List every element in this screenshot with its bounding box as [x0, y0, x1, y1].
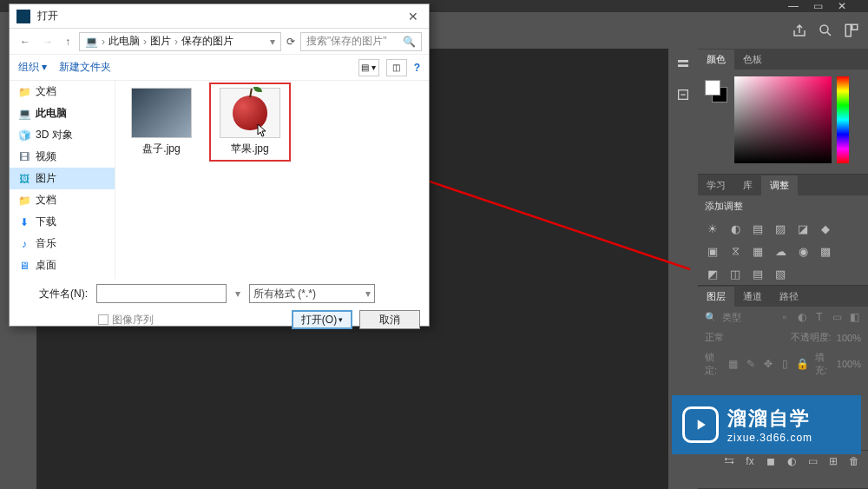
watermark-sub: zixue.3d66.com: [727, 432, 812, 444]
checkbox-label: 图像序列: [112, 313, 154, 327]
search-field[interactable]: 搜索"保存的图片" 🔍: [300, 32, 422, 51]
tab-adjustments[interactable]: 调整: [761, 175, 798, 195]
sidebar-item-7[interactable]: ♪音乐: [10, 233, 115, 254]
video-icon: 🎞: [18, 151, 30, 163]
link-layers-icon[interactable]: ⮀: [722, 454, 736, 468]
address-dropdown-icon[interactable]: ▾: [270, 36, 275, 48]
hue-slider[interactable]: [837, 76, 849, 163]
file-item-0[interactable]: 盘子.jpg: [126, 88, 197, 156]
lock-artboard-icon[interactable]: ▯: [779, 357, 792, 371]
filter-smart-icon[interactable]: ◧: [847, 310, 861, 324]
filter-pixel-icon[interactable]: ▫: [778, 310, 792, 324]
tab-libraries[interactable]: 库: [734, 175, 761, 195]
sidebar-tree[interactable]: 📁文档💻此电脑🧊3D 对象🎞视频🖼图片📁文档⬇下载♪音乐🖥桌面💽OS (C:)💽…: [10, 81, 115, 279]
cube-icon: 🧊: [18, 129, 30, 142]
image-sequence-checkbox[interactable]: 图像序列: [98, 313, 154, 327]
sidebar-item-label: 视频: [36, 149, 56, 164]
nav-back-button[interactable]: ←: [16, 36, 34, 48]
file-list[interactable]: 盘子.jpg苹果.jpg: [115, 81, 429, 279]
fill-label: 填充:: [815, 351, 832, 377]
filetype-select[interactable]: 所有格式 (*.*) ▾: [249, 284, 375, 303]
refresh-button[interactable]: ⟳: [286, 36, 295, 48]
share-icon[interactable]: [792, 23, 807, 38]
filter-adjust-icon[interactable]: ◐: [795, 310, 809, 324]
new-layer-icon[interactable]: ⊞: [826, 454, 840, 468]
tab-color[interactable]: 颜色: [698, 50, 734, 69]
kind-icon[interactable]: 🔍: [705, 312, 717, 323]
tab-swatches[interactable]: 色板: [734, 50, 771, 69]
sidebar-item-label: 3D 对象: [36, 128, 73, 142]
adjustments-row-2[interactable]: ▣⧖▦☁◉▩: [698, 240, 868, 262]
color-panel: 颜色 色板: [698, 49, 868, 175]
layer-mask-icon[interactable]: ◼: [764, 454, 778, 468]
tab-channels[interactable]: 通道: [734, 287, 771, 307]
adjustment-layer-icon[interactable]: ◐: [785, 454, 799, 468]
dialog-close-button[interactable]: ✕: [404, 10, 422, 23]
properties-icon[interactable]: [674, 85, 693, 104]
pc-icon: 💻: [85, 36, 98, 48]
filename-input[interactable]: [96, 284, 227, 303]
crumb-2[interactable]: 保存的图片: [181, 34, 233, 49]
crumb-1[interactable]: 图片: [150, 34, 171, 49]
lock-all-icon[interactable]: 🔒: [796, 357, 810, 371]
tab-learn[interactable]: 学习: [698, 175, 734, 195]
sidebar-item-2[interactable]: 🧊3D 对象: [10, 124, 115, 146]
search-icon[interactable]: [818, 23, 833, 38]
foreground-background-swatch[interactable]: [705, 80, 729, 104]
tab-layers[interactable]: 图层: [698, 287, 734, 307]
new-folder-button[interactable]: 新建文件夹: [59, 60, 111, 75]
folder-icon: 📁: [18, 195, 30, 207]
group-icon[interactable]: ▭: [806, 454, 819, 468]
sidebar-item-label: 此电脑: [36, 106, 67, 121]
organize-menu[interactable]: 组织 ▾: [18, 60, 47, 75]
svg-point-0: [820, 25, 828, 33]
nav-forward-button[interactable]: →: [39, 36, 56, 48]
window-restore-button[interactable]: ▭: [809, 1, 826, 11]
view-mode-button[interactable]: ▤ ▾: [358, 59, 379, 76]
picture-icon: 🖼: [18, 173, 30, 185]
crumb-0[interactable]: 此电脑: [108, 34, 140, 49]
color-field[interactable]: [734, 76, 832, 163]
cancel-button[interactable]: 取消: [359, 310, 420, 329]
window-close-button[interactable]: ✕: [833, 1, 851, 11]
sidebar-item-9[interactable]: 💽OS (C:): [10, 276, 115, 279]
sidebar-item-6[interactable]: ⬇下载: [10, 211, 115, 233]
delete-layer-icon[interactable]: 🗑: [847, 454, 861, 468]
blend-mode-select[interactable]: 正常: [705, 331, 724, 344]
sidebar-item-8[interactable]: 🖥桌面: [10, 254, 115, 276]
filename-label: 文件名(N):: [18, 287, 88, 301]
lock-position-icon[interactable]: ✥: [761, 357, 775, 371]
preview-pane-button[interactable]: ◫: [386, 59, 407, 76]
sidebar-item-3[interactable]: 🎞视频: [10, 146, 115, 168]
help-icon[interactable]: ?: [414, 62, 420, 74]
sidebar-item-1[interactable]: 💻此电脑: [10, 102, 115, 124]
file-name: 盘子.jpg: [142, 142, 180, 156]
search-placeholder: 搜索"保存的图片": [306, 34, 387, 49]
filter-shape-icon[interactable]: ▭: [830, 310, 844, 324]
tab-paths[interactable]: 路径: [771, 287, 807, 307]
filter-type-icon[interactable]: T: [812, 310, 826, 324]
adjustments-row-1[interactable]: ☀◐▤▨◪◆: [698, 217, 868, 240]
layer-style-icon[interactable]: fx: [743, 454, 757, 468]
watermark-title: 溜溜自学: [727, 406, 812, 432]
dialog-title: 打开: [37, 9, 58, 23]
adjustments-row-3[interactable]: ◩◫▤▧: [698, 262, 868, 285]
address-bar[interactable]: 💻 › 此电脑 › 图片 › 保存的图片 ▾: [79, 32, 281, 51]
sidebar-item-5[interactable]: 📁文档: [10, 189, 115, 211]
fill-value[interactable]: 100%: [837, 359, 861, 369]
thumbnail: [220, 88, 280, 138]
open-button[interactable]: 打开(O) ▾: [292, 310, 352, 329]
history-icon[interactable]: [674, 54, 693, 73]
nav-up-button[interactable]: ↑: [62, 36, 74, 48]
sidebar-item-label: 下载: [36, 215, 56, 229]
opacity-value[interactable]: 100%: [837, 333, 861, 343]
filetype-value: 所有格式 (*.*): [253, 287, 316, 301]
file-item-1[interactable]: 苹果.jpg: [214, 88, 286, 156]
adjustments-title: 添加调整: [698, 195, 868, 217]
sidebar-item-0[interactable]: 📁文档: [10, 81, 115, 102]
lock-pixels-icon[interactable]: ✎: [744, 357, 758, 371]
window-minimize-button[interactable]: —: [785, 1, 802, 11]
workspace-icon[interactable]: [844, 23, 859, 38]
sidebar-item-4[interactable]: 🖼图片: [10, 168, 115, 189]
lock-transparency-icon[interactable]: ▦: [727, 357, 740, 371]
